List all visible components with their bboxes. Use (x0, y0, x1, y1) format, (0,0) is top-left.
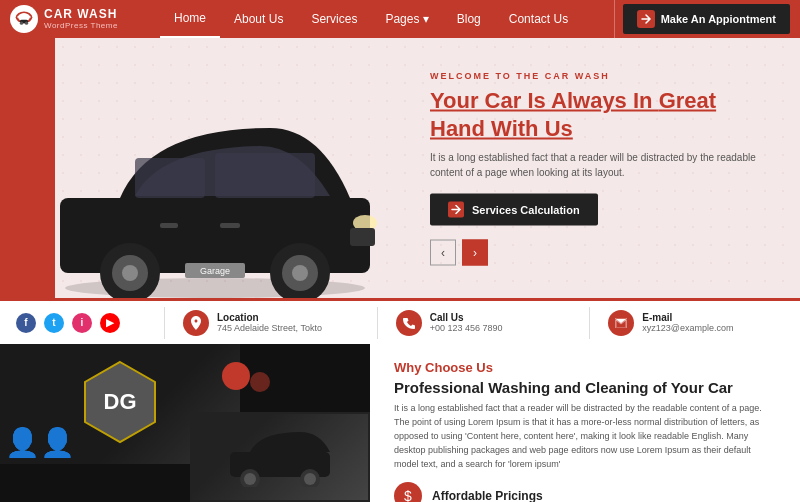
instagram-icon[interactable]: i (72, 313, 92, 333)
svg-rect-18 (160, 223, 178, 228)
info-divider-1 (164, 307, 165, 339)
affordable-row: $ Affordable Pricings (394, 482, 776, 502)
svg-rect-17 (220, 223, 240, 228)
phone-icon (396, 310, 422, 336)
logo: CAR WASH WordPress Theme (10, 5, 150, 33)
navbar: CAR WASH WordPress Theme Home About Us S… (0, 0, 800, 38)
twitter-icon[interactable]: t (44, 313, 64, 333)
cta-icon (637, 10, 655, 28)
why-desc: It is a long established fact that a rea… (394, 402, 776, 472)
why-choose-label: Why Choose Us (394, 360, 776, 375)
call-text: Call Us +00 123 456 7890 (430, 312, 503, 333)
nav-about[interactable]: About Us (220, 0, 297, 38)
gallery-red-dot-2 (250, 372, 270, 392)
hero-arrows: ‹ › (430, 240, 770, 266)
hero-btn-label: Services Calculation (472, 204, 580, 216)
call-value: +00 123 456 7890 (430, 323, 503, 333)
location-text: Location 745 Adelaide Street, Tokto (217, 312, 322, 333)
dollar-icon: $ (394, 482, 422, 502)
logo-icon (10, 5, 38, 33)
hero-welcome: WELCOME TO THE CAR WASH (430, 71, 770, 81)
svg-point-4 (25, 22, 28, 25)
facebook-icon[interactable]: f (16, 313, 36, 333)
svg-rect-7 (135, 158, 205, 198)
location-icon (183, 310, 209, 336)
gallery: DG 👤👤 (0, 344, 370, 502)
hero-title: Your Car Is Always In Great Hand With Us (430, 87, 770, 142)
nav-divider (614, 0, 615, 38)
services-calc-button[interactable]: Services Calculation (430, 194, 598, 226)
nav-services[interactable]: Services (297, 0, 371, 38)
next-arrow[interactable]: › (462, 240, 488, 266)
email-info: E-mail xyz123@example.com (608, 310, 784, 336)
main-content: DG 👤👤 Why Choose Us Professio (0, 344, 800, 502)
nav-pages[interactable]: Pages ▾ (371, 0, 442, 38)
call-label: Call Us (430, 312, 503, 323)
logo-title: CAR WASH (44, 8, 118, 21)
hero-car-image: Garage (30, 68, 400, 298)
hero-btn-icon (448, 202, 464, 218)
call-info: Call Us +00 123 456 7890 (396, 310, 572, 336)
svg-point-27 (304, 473, 316, 485)
hero-content: WELCOME TO THE CAR WASH Your Car Is Alwa… (430, 71, 770, 266)
svg-text:Garage: Garage (200, 266, 230, 276)
info-divider-3 (589, 307, 590, 339)
affordable-label: Affordable Pricings (432, 489, 543, 502)
location-value: 745 Adelaide Street, Tokto (217, 323, 322, 333)
logo-subtitle: WordPress Theme (44, 21, 118, 30)
email-value: xyz123@example.com (642, 323, 733, 333)
location-info: Location 745 Adelaide Street, Tokto (183, 310, 359, 336)
gallery-red-dot (222, 362, 250, 390)
nav-contact[interactable]: Contact Us (495, 0, 582, 38)
appointment-button[interactable]: Make An Appiontment (623, 4, 790, 34)
svg-rect-8 (215, 153, 315, 198)
email-label: E-mail (642, 312, 733, 323)
svg-point-11 (122, 265, 138, 281)
svg-point-14 (292, 265, 308, 281)
email-text: E-mail xyz123@example.com (642, 312, 733, 333)
svg-text:DG: DG (104, 389, 137, 414)
why-title: Professional Washing and Cleaning of You… (394, 379, 776, 396)
svg-point-3 (20, 22, 23, 25)
logo-text: CAR WASH WordPress Theme (44, 8, 118, 30)
youtube-icon[interactable]: ▶ (100, 313, 120, 333)
hero-title-start: Your Car Is Always In (430, 88, 659, 113)
hero-section: Garage WELCOME TO THE CAR WASH Your Car … (0, 38, 800, 298)
info-bar: f t i ▶ Location 745 Adelaide Street, To… (0, 298, 800, 344)
location-label: Location (217, 312, 322, 323)
info-divider-2 (377, 307, 378, 339)
social-links: f t i ▶ (16, 313, 146, 333)
email-icon (608, 310, 634, 336)
gallery-img-2 (190, 412, 370, 502)
svg-rect-16 (350, 228, 375, 246)
prev-arrow[interactable]: ‹ (430, 240, 456, 266)
cta-label: Make An Appiontment (661, 13, 776, 25)
svg-point-25 (244, 473, 256, 485)
hero-desc: It is a long established fact that a rea… (430, 150, 770, 180)
nav-links: Home About Us Services Pages ▾ Blog Cont… (160, 0, 614, 38)
right-content: Why Choose Us Professional Washing and C… (370, 344, 800, 502)
nav-blog[interactable]: Blog (443, 0, 495, 38)
hero-title-end: With Us (485, 115, 573, 140)
nav-home[interactable]: Home (160, 0, 220, 38)
